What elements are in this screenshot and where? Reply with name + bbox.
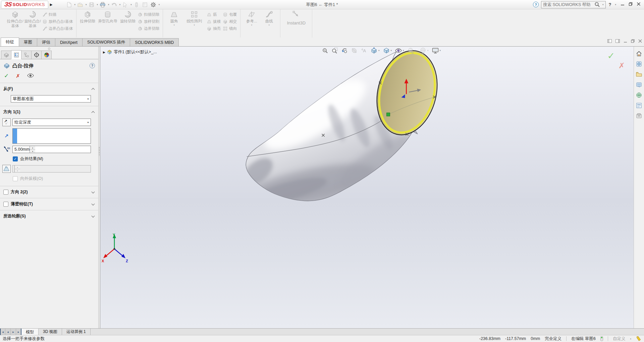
- tag-icon[interactable]: [636, 336, 641, 341]
- draft-button[interactable]: 拔模: [207, 18, 221, 25]
- splitter-grip[interactable]: [99, 147, 100, 156]
- display-style-caret[interactable]: ▾: [391, 49, 392, 52]
- doc-pane-left-icon[interactable]: [607, 39, 612, 43]
- doc-restore-icon[interactable]: [631, 39, 635, 43]
- undo-icon[interactable]: [110, 1, 118, 8]
- undo-caret[interactable]: ▾: [119, 3, 121, 6]
- custom-toolbar-menu[interactable]: 自定义: [613, 336, 626, 342]
- last-tab-button[interactable]: ▸: [16, 329, 21, 335]
- curves-caret[interactable]: ▾: [268, 24, 270, 26]
- new-document-caret[interactable]: ▾: [74, 3, 76, 6]
- view-orientation-icon[interactable]: ▾: [370, 47, 380, 54]
- fillet-caret[interactable]: ▾: [173, 24, 175, 26]
- first-tab-button[interactable]: ◂: [0, 329, 5, 335]
- intersect-button[interactable]: 相交: [223, 18, 237, 25]
- print-icon[interactable]: [99, 1, 106, 8]
- reference-geometry-button[interactable]: 参考...▾: [243, 10, 260, 26]
- spin-up-icon[interactable]: ▴: [30, 146, 35, 150]
- boundary-boss-button[interactable]: 边界凸台/基体: [42, 25, 73, 32]
- hole-wizard-button[interactable]: 异型孔向导: [97, 10, 119, 24]
- solidworks-resources-icon[interactable]: [635, 60, 643, 68]
- tab-addins[interactable]: SOLIDWORKS 插件: [82, 38, 130, 46]
- tab-configurationmanager[interactable]: [21, 51, 32, 59]
- reverse-direction-button[interactable]: ↗↙: [2, 118, 11, 126]
- tab-model[interactable]: 模型: [21, 329, 39, 335]
- tab-sketch[interactable]: 草图: [19, 38, 37, 46]
- fillet-button[interactable]: 圆角▾: [166, 10, 182, 26]
- edit-appearance-icon[interactable]: ▾: [407, 47, 417, 54]
- open-caret[interactable]: ▾: [86, 3, 87, 6]
- pattern-caret[interactable]: ▾: [194, 24, 195, 26]
- file-explorer-icon[interactable]: [635, 81, 643, 88]
- draft-toggle-button[interactable]: [2, 165, 11, 173]
- tab-motion-study[interactable]: 运动算例 1: [62, 329, 91, 335]
- hide-show-caret[interactable]: ▾: [403, 49, 404, 52]
- apply-scene-icon[interactable]: ▾: [419, 47, 429, 54]
- dynamic-annotation-icon[interactable]: A: [361, 47, 367, 54]
- extruded-boss-button[interactable]: 拉伸凸台/基体: [7, 10, 23, 28]
- view-orientation-caret[interactable]: ▾: [378, 49, 380, 52]
- reference-caret[interactable]: ▾: [251, 24, 252, 26]
- view-settings-caret[interactable]: ▾: [440, 49, 441, 52]
- section-direction1[interactable]: 方向 1(1): [0, 106, 98, 117]
- revolved-boss-button[interactable]: 旋转凸台/基体: [24, 10, 41, 28]
- spin-down-icon[interactable]: ▾: [30, 150, 35, 153]
- depth-field[interactable]: 5.00mm ▴▾: [12, 146, 91, 153]
- revolved-cut-button[interactable]: 旋转切除: [119, 10, 136, 24]
- view-palette-icon[interactable]: [635, 91, 643, 99]
- zoom-to-fit-icon[interactable]: [322, 47, 328, 54]
- edit-appearance-caret[interactable]: ▾: [415, 49, 417, 52]
- options-list-icon[interactable]: [141, 1, 149, 8]
- document-label[interactable]: 零件1 (默认<<默认>_...: [114, 49, 157, 55]
- hide-show-items-icon[interactable]: ▾: [395, 47, 404, 54]
- appearances-scenes-icon[interactable]: [635, 102, 643, 109]
- section-direction2[interactable]: 方向 2(2): [0, 186, 98, 197]
- merge-checkbox[interactable]: ✓: [13, 156, 18, 161]
- end-condition-dropdown[interactable]: 给定深度 ▾: [12, 119, 91, 126]
- custom-menu-caret[interactable]: ▴: [630, 337, 631, 340]
- logo-flyout-icon[interactable]: ▶: [50, 3, 53, 6]
- save-icon[interactable]: [88, 1, 95, 8]
- open-icon[interactable]: [76, 1, 84, 8]
- section-view-icon[interactable]: [351, 47, 358, 54]
- panel-collapse-handle[interactable]: [48, 48, 50, 50]
- tab-dimxpert[interactable]: DimXpert: [55, 38, 83, 46]
- lofted-boss-button[interactable]: 放样凸台/基体: [42, 18, 73, 25]
- tab-propertymanager[interactable]: [11, 50, 21, 59]
- prev-tab-button[interactable]: ◂: [5, 329, 11, 335]
- minimize-button[interactable]: [621, 2, 625, 7]
- previous-view-icon[interactable]: [341, 47, 348, 54]
- home-icon[interactable]: [635, 50, 643, 57]
- confirmation-corner-ok[interactable]: ✓: [607, 51, 615, 61]
- swept-boss-button[interactable]: 扫描: [42, 11, 73, 18]
- save-caret[interactable]: ▾: [97, 3, 98, 6]
- ok-button[interactable]: ✓: [4, 72, 9, 79]
- rebuild-icon[interactable]: [133, 1, 140, 8]
- tab-dimxpertmanager[interactable]: [31, 51, 42, 59]
- design-library-icon[interactable]: [635, 71, 643, 78]
- section-from[interactable]: 从(F): [0, 83, 98, 94]
- restore-button[interactable]: [629, 2, 633, 7]
- view-settings-icon[interactable]: ▾: [432, 47, 441, 54]
- merge-result-row[interactable]: ✓ 合并结果(M): [13, 156, 94, 162]
- swept-cut-button[interactable]: 扫描切除: [138, 11, 159, 18]
- boundary-cut-button[interactable]: 边界切除: [138, 25, 159, 32]
- extruded-cut-button[interactable]: 拉伸切除: [79, 10, 96, 24]
- search-input[interactable]: [543, 2, 593, 7]
- next-tab-button[interactable]: ▸: [11, 329, 16, 335]
- confirmation-corner-cancel[interactable]: ✗: [619, 61, 625, 70]
- tab-3d-views[interactable]: 3D 视图: [39, 329, 62, 335]
- print-caret[interactable]: ▾: [108, 3, 109, 6]
- select-caret[interactable]: ▾: [130, 3, 132, 6]
- direction2-checkbox[interactable]: [3, 190, 8, 195]
- doc-close-icon[interactable]: [638, 39, 642, 43]
- tab-featuremanager-tree[interactable]: [1, 51, 11, 59]
- settings-gear-icon[interactable]: [150, 1, 157, 8]
- feature-tree-flyout[interactable]: ▶ 零件1 (默认<<默认>_...: [103, 49, 157, 55]
- search-icon[interactable]: [594, 2, 600, 7]
- search-scope-caret[interactable]: ▾: [602, 3, 604, 6]
- doc-minimize-icon[interactable]: [624, 39, 627, 43]
- depth-spinner[interactable]: ▴▾: [30, 146, 35, 153]
- doc-pane-right-icon[interactable]: [615, 39, 620, 43]
- model-3d[interactable]: [100, 47, 634, 328]
